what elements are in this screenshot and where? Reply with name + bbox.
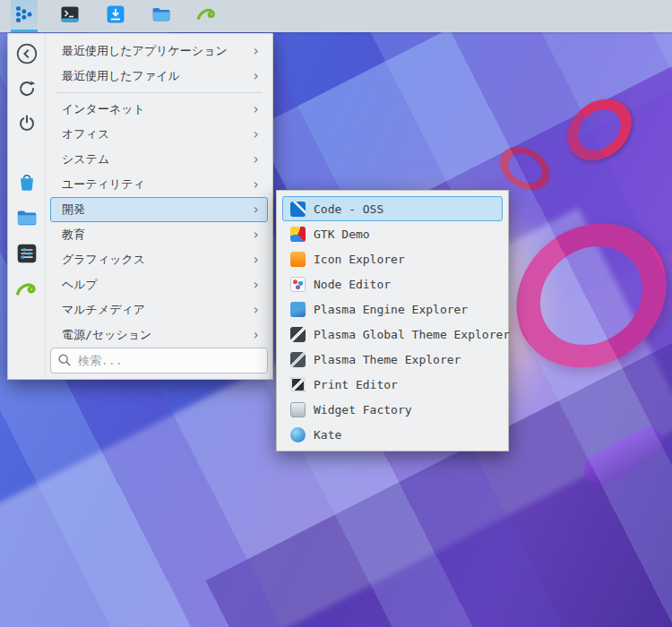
opensuse-geeko-icon: [15, 278, 39, 305]
chevron-right-icon: ›: [252, 203, 260, 217]
favorite-discover[interactable]: [14, 171, 39, 196]
submenu-item-label: Icon Explorer: [314, 253, 405, 266]
software-center-task-button[interactable]: [102, 0, 129, 32]
print-editor-icon: [290, 377, 306, 392]
plasma-engine-explorer-icon: [290, 302, 306, 317]
menu-item-label: インターネット: [62, 101, 145, 117]
menu-item-label: グラフィックス: [62, 252, 145, 268]
submenu-item-plasma-global-theme-explorer[interactable]: Plasma Global Theme Explorer: [282, 322, 503, 347]
menu-item-recent-files[interactable]: 最近使用したファイル ›: [50, 64, 268, 89]
menu-item-label: ユーティリティ: [62, 176, 145, 193]
menu-item-label: 開発: [62, 202, 85, 218]
menu-item-education[interactable]: 教育 ›: [50, 222, 268, 247]
chevron-right-icon: ›: [252, 128, 260, 142]
submenu-item-plasma-engine-explorer[interactable]: Plasma Engine Explorer: [282, 296, 503, 322]
submenu-item-code-oss[interactable]: Code - OSS: [282, 196, 503, 221]
submenu-item-label: Widget Factory: [314, 403, 412, 417]
menu-item-utilities[interactable]: ユーティリティ ›: [50, 172, 268, 197]
submenu-item-label: Code - OSS: [314, 202, 383, 216]
terminal-task-button[interactable]: [56, 0, 83, 32]
submenu-item-label: Plasma Global Theme Explorer: [314, 328, 510, 341]
menu-item-internet[interactable]: インターネット ›: [50, 97, 268, 122]
menu-item-label: システム: [62, 151, 109, 167]
chevron-right-icon: ›: [252, 228, 260, 242]
chevron-right-icon: ›: [252, 70, 260, 83]
opensuse-geeko-icon: [196, 4, 218, 29]
menu-item-label: 最近使用したアプリケーション: [62, 43, 228, 59]
chevron-right-icon: ›: [252, 253, 260, 267]
icon-explorer-icon: [290, 252, 306, 267]
chevron-right-icon: ›: [252, 304, 260, 317]
menu-item-development[interactable]: 開発 ›: [50, 197, 268, 222]
submenu-item-print-editor[interactable]: Print Editor: [282, 372, 503, 397]
software-center-icon: [105, 4, 126, 29]
submenu-item-label: Plasma Engine Explorer: [314, 303, 468, 316]
restart-icon: [16, 78, 38, 103]
restart-button[interactable]: [15, 79, 39, 102]
plasma-theme-explorer-icon: [290, 352, 306, 367]
wallpaper-tube: [578, 421, 668, 492]
menu-item-label: 教育: [62, 227, 85, 243]
submenu-item-label: Print Editor: [314, 378, 398, 391]
menu-item-label: 電源/セッション: [62, 327, 151, 343]
gtk-demo-icon: [290, 227, 306, 242]
menu-item-label: ヘルプ: [62, 277, 98, 293]
menu-item-system[interactable]: システム ›: [50, 147, 268, 172]
submenu-item-label: Plasma Theme Explorer: [314, 353, 461, 366]
menu-list: 最近使用したアプリケーション › 最近使用したファイル › インターネット › …: [46, 33, 272, 379]
submenu-item-icon-explorer[interactable]: Icon Explorer: [282, 246, 503, 271]
favorite-system-settings[interactable]: [14, 243, 39, 268]
settings-sliders-icon: [15, 242, 39, 269]
application-menu: 最近使用したアプリケーション › 最近使用したファイル › インターネット › …: [7, 33, 273, 380]
search-icon: [56, 352, 73, 372]
favorite-file-manager[interactable]: [14, 207, 39, 232]
menu-item-label: マルチメディア: [62, 302, 145, 318]
menu-item-graphics[interactable]: グラフィックス ›: [50, 247, 268, 272]
chevron-right-icon: ›: [252, 178, 260, 192]
chevron-right-icon: ›: [252, 103, 260, 116]
wallpaper-torus: [556, 87, 644, 174]
folder-icon: [151, 4, 172, 29]
menu-item-office[interactable]: オフィス ›: [50, 122, 268, 147]
search-input[interactable]: [50, 348, 268, 374]
back-button[interactable]: [15, 44, 39, 67]
chevron-right-icon: ›: [252, 279, 260, 292]
chevron-right-icon: ›: [252, 329, 260, 342]
submenu-item-gtk-demo[interactable]: GTK Demo: [282, 221, 503, 246]
widget-factory-icon: [290, 402, 306, 417]
app-launcher-icon: [13, 4, 35, 29]
menu-item-multimedia[interactable]: マルチメディア ›: [50, 297, 268, 322]
submenu-item-node-editor[interactable]: Node Editor: [282, 271, 503, 296]
kate-icon: [290, 427, 306, 442]
app-launcher-button[interactable]: [11, 0, 38, 32]
submenu-item-label: Node Editor: [314, 278, 391, 291]
chevron-right-icon: ›: [252, 153, 260, 167]
submenu-item-widget-factory[interactable]: Widget Factory: [282, 397, 503, 422]
shutdown-button[interactable]: [15, 114, 39, 137]
submenu-item-plasma-theme-explorer[interactable]: Plasma Theme Explorer: [282, 347, 503, 372]
back-icon: [15, 42, 39, 69]
menu-separator: [56, 92, 263, 93]
submenu-item-kate[interactable]: Kate: [282, 422, 503, 447]
menu-sidebar: [8, 33, 46, 379]
menu-item-recent-apps[interactable]: 最近使用したアプリケーション ›: [50, 39, 268, 64]
submenu-item-label: GTK Demo: [314, 228, 370, 241]
file-manager-task-button[interactable]: [148, 0, 175, 32]
menu-item-power-session[interactable]: 電源/セッション ›: [50, 322, 268, 348]
power-icon: [16, 113, 38, 138]
plasma-global-theme-explorer-icon: [290, 327, 306, 342]
desktop: 最近使用したアプリケーション › 最近使用したファイル › インターネット › …: [0, 0, 672, 627]
code-oss-icon: [290, 202, 306, 217]
menu-item-label: 最近使用したファイル: [62, 68, 180, 84]
chevron-right-icon: ›: [252, 45, 260, 58]
search-box: [50, 348, 268, 374]
submenu-item-label: Kate: [314, 428, 341, 442]
terminal-icon: [59, 4, 81, 29]
menu-item-help[interactable]: ヘルプ ›: [50, 272, 268, 297]
top-panel: [0, 0, 672, 32]
opensuse-task-button[interactable]: [194, 0, 220, 32]
favorite-opensuse-welcome[interactable]: [14, 279, 39, 304]
development-submenu: Code - OSS GTK Demo Icon Explorer Node E…: [276, 190, 509, 451]
wallpaper-torus: [487, 193, 672, 398]
menu-item-label: オフィス: [62, 126, 109, 142]
